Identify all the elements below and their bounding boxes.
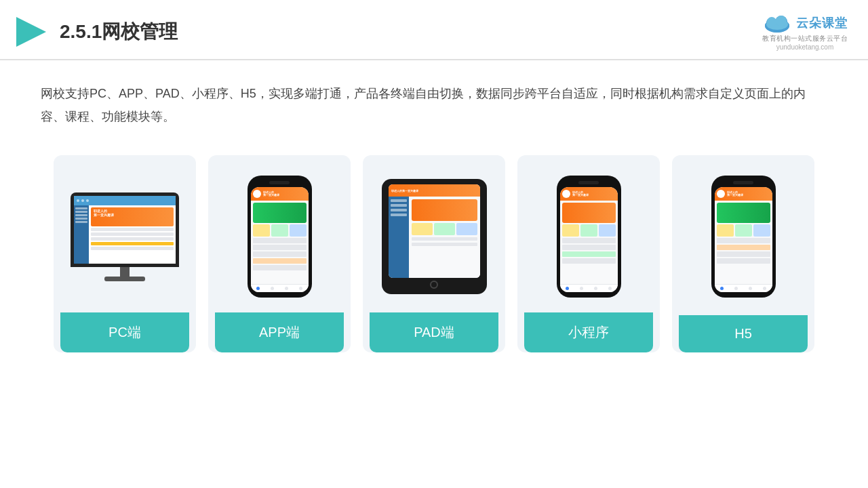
app-screen-top-text: 职进人的第一堂兴趣课 (263, 191, 279, 198)
pad-home-button (430, 281, 438, 289)
pad-grid-1 (412, 223, 433, 235)
miniapp-banner (562, 203, 616, 223)
card-app: 职进人的第一堂兴趣课 (208, 155, 351, 352)
screen-main: 职进人的第一堂兴趣课 (89, 205, 176, 264)
logo-text: 云朵课堂 (796, 15, 848, 31)
app-screen-body (251, 201, 309, 284)
app-phone-grid (253, 224, 307, 237)
miniapp-image-area: 职进人的第一堂兴趣课 (524, 169, 653, 304)
miniapp-bottom-dot-2 (580, 287, 583, 290)
sidebar-bar-3 (75, 214, 87, 216)
card-label-pad: PAD端 (370, 312, 498, 352)
pad-row-1 (412, 237, 477, 241)
app-bottom-dot-1 (256, 287, 260, 290)
h5-notch (733, 181, 753, 184)
app-list-2 (253, 245, 307, 250)
app-list-3 (253, 251, 307, 257)
card-miniapp: 职进人的第一堂兴趣课 (517, 155, 660, 352)
app-bottom-dot-3 (285, 287, 288, 290)
miniapp-notch (578, 181, 599, 184)
app-grid-1 (253, 224, 270, 237)
miniapp-screen-top: 职进人的第一堂兴趣课 (560, 187, 618, 201)
miniapp-grid-2 (580, 224, 597, 237)
monitor-base (104, 277, 145, 281)
pad-sidebar-bar-2 (391, 204, 407, 207)
miniapp-bottom-bar (560, 284, 618, 292)
miniapp-grid-3 (599, 224, 616, 237)
miniapp-list-3 (562, 251, 616, 257)
app-list-1 (253, 238, 307, 243)
h5-phone-screen: 职进人的第一堂兴趣课 (715, 187, 772, 292)
h5-bottom-dot-4 (763, 287, 766, 290)
sidebar-bar-5 (75, 221, 87, 223)
h5-list-2 (717, 245, 770, 250)
h5-screen-top: 职进人的第一堂兴趣课 (715, 187, 772, 201)
card-pc: 职进人的第一堂兴趣课 (54, 155, 196, 352)
content-row-5 (91, 247, 174, 250)
banner-text: 职进人的第一堂兴趣课 (94, 209, 114, 217)
app-screen-top: 职进人的第一堂兴趣课 (251, 187, 309, 201)
h5-banner (717, 203, 770, 223)
miniapp-list-1 (562, 238, 616, 243)
pad-sidebar (389, 197, 409, 278)
card-label-pc: PC端 (60, 312, 189, 352)
svg-point-6 (767, 17, 776, 26)
screen-sidebar (74, 205, 89, 264)
svg-point-7 (776, 16, 787, 26)
page-title: 2.5.1网校管理 (60, 19, 178, 45)
monitor-body: 职进人的第一堂兴趣课 (71, 192, 179, 267)
miniapp-bottom-dot-1 (566, 287, 569, 290)
app-grid-2 (271, 224, 288, 237)
h5-image-area: 职进人的第一堂兴趣课 (679, 169, 808, 304)
h5-grid-1 (717, 224, 734, 237)
app-list-4 (253, 258, 307, 264)
description-paragraph: 网校支持PC、APP、PAD、小程序、H5，实现多端打通，产品各终端自由切换，数… (41, 82, 827, 128)
pad-sidebar-bar-1 (391, 199, 407, 202)
app-avatar (253, 190, 261, 198)
pad-row-2 (412, 243, 477, 246)
miniapp-bottom-dot-3 (594, 287, 597, 290)
card-pad: 职进人的第一堂兴趣课 (363, 155, 505, 352)
h5-bottom-bar (715, 284, 772, 292)
screen-content-area: 职进人的第一堂兴趣课 (74, 205, 176, 264)
monitor-neck (120, 267, 130, 277)
miniapp-top-text: 职进人的第一堂兴趣课 (572, 191, 589, 198)
screen-top-bar (74, 196, 176, 205)
app-grid-3 (290, 224, 307, 237)
pad-banner (412, 199, 477, 221)
play-icon (14, 14, 49, 49)
pad-screen-body (389, 197, 480, 278)
h5-grid-2 (735, 224, 752, 237)
h5-grid (717, 224, 770, 237)
pc-image-area: 职进人的第一堂兴趣课 (60, 169, 189, 304)
screen-dot-1 (77, 199, 79, 202)
monitor-screen: 职进人的第一堂兴趣课 (74, 196, 176, 264)
h5-top-text: 职进人的第一堂兴趣课 (727, 191, 743, 198)
app-phone-mockup: 职进人的第一堂兴趣课 (248, 176, 312, 298)
miniapp-screen-body (560, 201, 618, 284)
cloud-logo-icon (762, 12, 792, 34)
miniapp-grid (562, 224, 616, 237)
header-left: 2.5.1网校管理 (14, 14, 178, 49)
pad-screen: 职进人的第一堂兴趣课 (389, 184, 480, 278)
content-rows (91, 228, 174, 250)
app-phone-banner (253, 203, 307, 223)
pad-image-area: 职进人的第一堂兴趣课 (370, 169, 498, 304)
description-text: 网校支持PC、APP、PAD、小程序、H5，实现多端打通，产品各终端自由切换，数… (0, 60, 868, 135)
pad-grid-2 (434, 223, 455, 235)
h5-bottom-dot-2 (734, 287, 738, 290)
pad-sidebar-bar-4 (391, 214, 407, 216)
svg-marker-0 (16, 17, 46, 47)
screen-dot-2 (81, 199, 84, 202)
miniapp-avatar (562, 190, 570, 198)
h5-list-1 (717, 238, 770, 243)
sidebar-bar-4 (75, 218, 87, 220)
content-row-1 (91, 228, 174, 231)
pad-mockup: 职进人的第一堂兴趣课 (382, 179, 487, 294)
h5-list-4 (717, 258, 770, 264)
content-banner: 职进人的第一堂兴趣课 (91, 207, 174, 226)
content-row-4 (91, 242, 174, 245)
h5-grid-3 (753, 224, 770, 237)
logo-subtitle: 教育机构一站式服务云平台 (762, 34, 848, 43)
card-label-app: APP端 (215, 312, 344, 352)
